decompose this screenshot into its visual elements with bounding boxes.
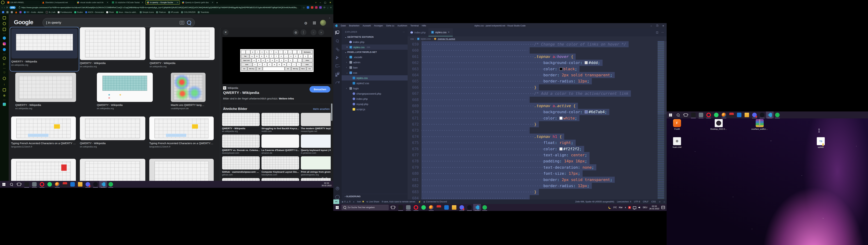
editor-tab-active[interactable]: #styles.css✕ <box>429 28 453 36</box>
bookmark-item[interactable]: IPLocate <box>168 11 179 13</box>
tree-item[interactable]: ›admin <box>342 60 408 65</box>
start-button[interactable] <box>0 181 8 188</box>
taskbar-app-icon[interactable] <box>107 181 115 188</box>
volume-icon[interactable] <box>638 207 641 209</box>
taskbar-search-icon[interactable] <box>8 181 15 188</box>
emoji-icon[interactable]: ☺ <box>303 6 305 9</box>
taskbar-app-icon[interactable] <box>466 204 473 211</box>
image-result[interactable]: QWERTY - Wikipedia en.wikipedia.org <box>80 116 145 148</box>
outline-section[interactable]: › GLIEDERUNG <box>342 194 408 199</box>
discord-status[interactable]: ⊕ Connected to Discord <box>424 200 447 203</box>
vpn-badge[interactable]: VPN <box>9 6 16 9</box>
image-result[interactable]: Typing French Accented Characters on a Q… <box>11 116 76 148</box>
taskbar-app-icon[interactable] <box>92 181 99 188</box>
preview-title[interactable]: QWERTY - Wikipedia <box>223 90 259 95</box>
cursor-position[interactable]: Zeile 696, Spalte 48 (45935 ausgewählt) <box>575 200 614 203</box>
telegram-icon[interactable] <box>3 36 6 39</box>
feedback-smiley-icon[interactable]: ☺ <box>659 200 661 203</box>
opera-gx-logo-icon[interactable] <box>1 1 4 4</box>
similar-image-item[interactable]: Struggling to find Backlit Keyca... redd… <box>261 113 299 133</box>
see-more-link[interactable]: Mehr ansehen <box>313 107 330 110</box>
taskbar-search-box[interactable]: Zur Suche Text hier eingeben <box>342 205 389 210</box>
encoding-status[interactable]: UTF-8 <box>634 200 640 203</box>
taskbar-app-icon[interactable] <box>420 204 427 211</box>
gx-corner-icon[interactable] <box>3 16 6 20</box>
extension-planet-icon[interactable] <box>319 6 322 9</box>
taskbar-app-icon[interactable] <box>720 111 728 118</box>
open-editor-item[interactable]: phpindex.php <box>342 39 408 45</box>
taskbar-app-icon[interactable] <box>397 204 404 211</box>
weather-temp[interactable]: 3°C <box>613 206 617 209</box>
image-result-partial[interactable] <box>149 159 214 181</box>
tree-item[interactable]: ›ban <box>342 65 408 70</box>
explorer-icon[interactable] <box>335 31 339 35</box>
taskbar-app-icon[interactable] <box>735 111 743 118</box>
bookmark-shield-icon[interactable] <box>20 11 22 13</box>
open-editor-item-active[interactable]: ✕#styles.csscss <box>342 45 408 50</box>
workspace-root[interactable]: ⌄ PANEL.LVCKYWORLD.NET <box>342 50 408 54</box>
new-tab-button[interactable]: + <box>216 1 218 4</box>
editor-tab[interactable]: phpindex.php <box>408 28 429 36</box>
source-name[interactable]: Wikipedia <box>227 87 238 89</box>
tree-item[interactable]: mysql.php <box>342 101 408 107</box>
browser-tab[interactable]: LW-API-PANEL <box>6 1 40 4</box>
history-icon[interactable] <box>3 77 6 80</box>
similar-image-item[interactable]: Computer Keyboard Layout Sto... istockph… <box>261 156 299 176</box>
minimize-button[interactable]: – <box>320 1 321 4</box>
bookmark-item[interactable]: 3L | txA <box>45 11 55 13</box>
remote-indicator[interactable]: >< <box>333 199 339 204</box>
bookmark-item[interactable]: Teamliste <box>198 11 209 13</box>
browser-tab[interactable]: visual studio code nach lin✕ <box>76 1 110 4</box>
taskbar-app-icon[interactable] <box>84 181 92 188</box>
more-menu-icon[interactable]: ⋮ <box>301 29 306 35</box>
sidebar-toggle-icon[interactable]: ≡ <box>330 6 332 9</box>
bookmark-item[interactable]: linux - How to safel... <box>116 11 137 13</box>
tray-app-icon[interactable]: B <box>628 206 631 209</box>
taskbar-app-icon[interactable] <box>76 181 84 188</box>
bookmark-pin-icon[interactable] <box>2 11 4 13</box>
twitter-icon[interactable] <box>3 48 6 51</box>
split-editor-icon[interactable]: ◫ <box>656 31 658 34</box>
user-status[interactable]: Iven <box>357 200 364 203</box>
image-result[interactable]: QWERTY - Wikipedia en.wikipedia.org <box>80 27 146 68</box>
code-lines[interactable]: 659/* Change the color of links on hover… <box>408 41 658 199</box>
send-icon[interactable]: ▷ <box>3 62 6 65</box>
source-control-icon[interactable] <box>336 48 339 51</box>
browser-tab-active[interactable]: in qwerty – Google Suche✕ <box>146 0 180 4</box>
taskbar-app-icon[interactable] <box>435 204 443 211</box>
image-result[interactable]: QWERTY - Wikipedia en.wikipedia.org <box>150 27 215 68</box>
close-icon[interactable]: ✕ <box>448 31 450 33</box>
task-view-icon[interactable] <box>389 204 397 211</box>
menu-bearbeiten[interactable]: Bearbeiten <box>348 25 361 27</box>
desktop-icon-file[interactable]: Desktop_2022.02.17... <box>710 119 727 130</box>
taskbar-app-icon[interactable] <box>31 181 38 188</box>
taskbar-app-icon[interactable] <box>743 111 751 118</box>
taskbar-search-icon[interactable] <box>674 111 682 118</box>
taskbar-app-icon[interactable] <box>481 204 489 211</box>
image-result-partial[interactable] <box>11 159 76 181</box>
scroll-down-icon[interactable]: ∨ <box>326 176 328 180</box>
task-view-icon[interactable] <box>15 181 23 188</box>
translator-icon[interactable] <box>3 103 6 106</box>
manage-gear-icon[interactable] <box>335 195 340 199</box>
instagram-icon[interactable] <box>3 42 6 45</box>
bolt-icon[interactable]: ⚡ <box>418 200 421 203</box>
image-result[interactable]: QWERTY - Wikipedia en.wikipedia.org <box>15 73 76 110</box>
camera-search-icon[interactable] <box>180 21 184 25</box>
scroll-up-icon[interactable]: ^ <box>329 17 330 20</box>
bookmark-item[interactable]: Duden <box>74 11 83 13</box>
visit-button[interactable]: Besuchen <box>310 86 330 92</box>
desktop-icon-update[interactable]: TSupdate <box>812 137 829 148</box>
bookmark-item[interactable]: Flaticon <box>156 11 166 13</box>
tab-search-icon[interactable]: ⌕ <box>315 1 316 4</box>
extension-blue-icon[interactable] <box>307 6 309 9</box>
search-input[interactable]: [ in qwerty <box>46 21 177 25</box>
taskbar-app-icon[interactable] <box>766 111 774 118</box>
download-icon[interactable]: ↓ <box>327 6 329 9</box>
extension-red-icon[interactable] <box>311 6 313 9</box>
minimap-slider[interactable] <box>658 41 666 114</box>
similar-image-item[interactable]: Print all strings from given arra... gee… <box>301 156 331 176</box>
taskbar-app-icon[interactable] <box>473 204 481 211</box>
settings-gear-icon[interactable]: ⚙ <box>3 94 6 97</box>
speed-dial-icon[interactable] <box>3 22 6 25</box>
